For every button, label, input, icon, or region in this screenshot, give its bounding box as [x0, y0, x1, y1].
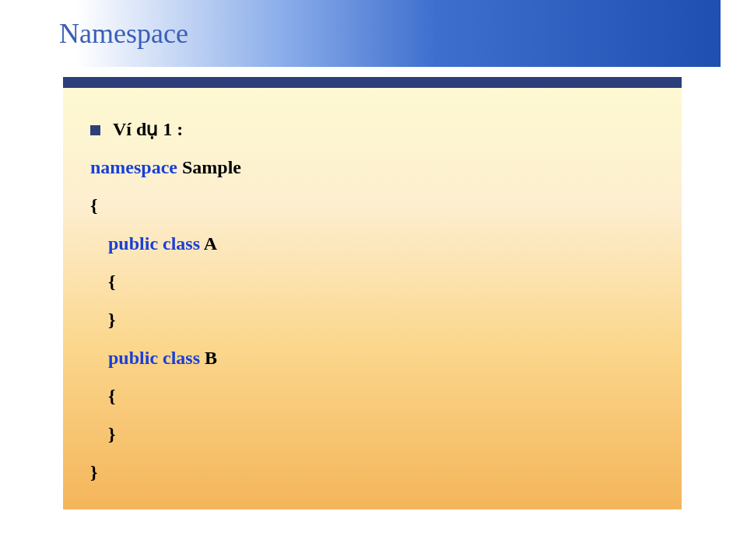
slide-title: Namespace — [59, 17, 188, 50]
square-bullet-icon — [90, 125, 100, 135]
keyword-public-class: public class — [108, 233, 200, 254]
bullet-text: Ví dụ 1 : — [113, 120, 183, 138]
code-line-3: public class A — [90, 234, 654, 253]
code-line-1: namespace Sample — [90, 158, 654, 177]
code-text: A — [200, 233, 217, 254]
code-line-7: { — [90, 387, 654, 405]
code-line-4: { — [90, 272, 654, 291]
content-inner: Ví dụ 1 : namespace Sample { public clas… — [90, 120, 654, 501]
title-band: Namespace — [42, 0, 721, 67]
code-line-9: } — [90, 463, 654, 481]
keyword-namespace: namespace — [90, 157, 177, 177]
keyword-public-class: public class — [108, 348, 200, 368]
bullet-row: Ví dụ 1 : — [90, 120, 654, 138]
code-line-5: } — [90, 310, 654, 329]
code-text: B — [200, 348, 217, 368]
content-area: Ví dụ 1 : namespace Sample { public clas… — [63, 77, 682, 509]
content-stripe — [63, 77, 682, 88]
slide: Namespace Ví dụ 1 : namespace Sample { p… — [0, 0, 747, 560]
code-line-8: } — [90, 425, 654, 443]
code-line-2: { — [90, 196, 654, 215]
code-line-6: public class B — [90, 348, 654, 367]
code-text: Sample — [177, 157, 241, 177]
